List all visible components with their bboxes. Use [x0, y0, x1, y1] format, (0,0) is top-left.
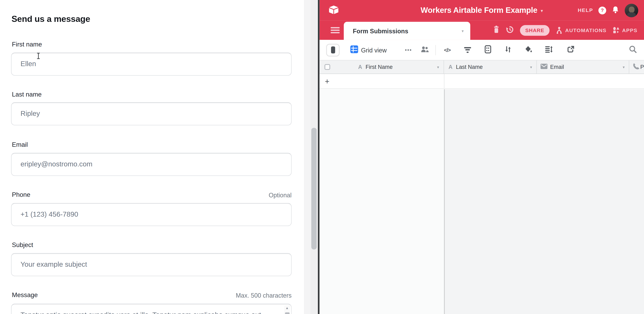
form-title: Send us a message: [12, 14, 90, 24]
grid-body-first-column: [320, 89, 444, 314]
phone-label: Phone: [12, 191, 30, 198]
screen: Send us a message First name Last name E…: [0, 0, 644, 314]
select-all-checkbox[interactable]: [324, 64, 330, 70]
tabbar-actions: SHARE AUTOMATIONS: [493, 21, 638, 40]
automations-label: AUTOMATIONS: [565, 27, 606, 33]
user-avatar[interactable]: [625, 4, 638, 17]
column-header-last-name[interactable]: A Last Name ▾: [444, 61, 537, 74]
add-record-row[interactable]: +: [320, 74, 644, 89]
contact-form-pane: Send us a message First name Last name E…: [0, 0, 304, 314]
filter-icon[interactable]: [464, 47, 471, 53]
message-scrollbar[interactable]: ▲: [284, 305, 290, 314]
first-name-input[interactable]: [11, 53, 292, 76]
apps-icon: [612, 27, 620, 34]
topbar-actions: HELP ?: [578, 0, 638, 21]
group-records-icon[interactable]: [484, 45, 491, 55]
share-button[interactable]: SHARE: [520, 25, 550, 36]
trash-icon[interactable]: [493, 26, 500, 35]
email-field-type-icon: [540, 63, 547, 71]
grid-view-icon: [350, 45, 358, 55]
view-name[interactable]: Grid view: [361, 47, 387, 54]
column-header-phone[interactable]: Phone: [629, 61, 644, 74]
history-icon[interactable]: [506, 25, 514, 35]
help-circle-icon[interactable]: ?: [598, 6, 606, 14]
email-label: Email: [12, 141, 28, 148]
last-name-input[interactable]: [11, 102, 292, 125]
view-sidebar-toggle-button[interactable]: [326, 44, 340, 56]
airtable-tabbar: Form Submissions ▾: [320, 21, 644, 40]
text-field-type-icon: A: [358, 64, 362, 70]
first-name-label: First name: [12, 41, 42, 48]
automations-button[interactable]: AUTOMATIONS: [556, 27, 607, 34]
column-caret-icon[interactable]: ▾: [530, 65, 532, 69]
view-options-dots-icon[interactable]: •••: [405, 47, 412, 53]
message-maxchars-hint: Max. 500 characters: [236, 292, 292, 299]
column-name: Last Name: [456, 64, 483, 70]
phone-field-type-icon: [632, 63, 640, 71]
airtable-pane: Workers Airtable Form Example ▾ HELP ? F…: [320, 0, 644, 314]
apps-button[interactable]: APPS: [612, 27, 637, 34]
search-icon[interactable]: [629, 45, 637, 55]
active-tab-label: Form Submissions: [353, 22, 408, 40]
automations-icon: [556, 27, 563, 34]
table-header-row: A First Name ▾ A Last Name ▾ Email ▾: [320, 60, 644, 74]
grid-body-rest: [444, 89, 644, 314]
collaborators-icon[interactable]: [421, 46, 429, 54]
tab-form-submissions[interactable]: Form Submissions ▾: [344, 22, 470, 40]
grid-body: [320, 89, 644, 314]
column-name: First Name: [366, 64, 393, 70]
row-height-icon[interactable]: [545, 46, 553, 54]
last-name-label: Last name: [12, 91, 42, 98]
email-input[interactable]: [11, 153, 292, 176]
page-scrollbar-thumb[interactable]: [311, 128, 316, 249]
column-divider: [444, 74, 444, 88]
column-caret-icon[interactable]: ▾: [437, 65, 439, 69]
apps-label: APPS: [622, 27, 638, 33]
airtable-topbar: Workers Airtable Form Example ▾ HELP ?: [320, 0, 644, 21]
tables-menu-icon[interactable]: [331, 27, 340, 33]
column-header-first-name[interactable]: A First Name ▾: [320, 61, 444, 74]
phone-optional-hint: Optional: [268, 191, 292, 198]
scroll-up-arrow-icon[interactable]: ▲: [284, 307, 290, 310]
phone-input[interactable]: [11, 203, 292, 226]
base-title[interactable]: Workers Airtable Form Example: [421, 6, 537, 15]
message-text: Tenetur optio quaerat expedita vero et i…: [20, 311, 275, 314]
view-toolbar: Grid view ••• </>: [320, 40, 644, 60]
column-name: Email: [550, 64, 564, 70]
message-scrollbar-thumb[interactable]: [285, 312, 289, 314]
add-record-plus-icon[interactable]: +: [325, 77, 330, 85]
subject-label: Subject: [12, 241, 33, 248]
toolbar-divider: [435, 45, 436, 55]
notifications-bell-icon[interactable]: [612, 6, 620, 15]
text-cursor-icon: [36, 53, 40, 61]
share-view-icon[interactable]: [567, 46, 574, 54]
message-label: Message: [12, 291, 38, 299]
color-paint-icon[interactable]: [525, 45, 532, 55]
column-header-email[interactable]: Email ▾: [537, 61, 629, 74]
column-caret-icon[interactable]: ▾: [623, 65, 625, 69]
pane-divider: [318, 0, 320, 314]
tab-caret-icon[interactable]: ▾: [462, 22, 464, 40]
sidebar-toggle-icon: [331, 47, 335, 54]
api-code-icon[interactable]: </>: [444, 47, 450, 53]
page-scroll-gutter: [304, 0, 318, 314]
sort-icon[interactable]: [505, 46, 512, 54]
text-field-type-icon: A: [448, 64, 452, 70]
column-name: Phone: [640, 64, 644, 70]
subject-input[interactable]: [11, 253, 292, 276]
base-title-caret-icon[interactable]: ▾: [540, 7, 543, 14]
help-button[interactable]: HELP: [578, 7, 593, 13]
message-textarea[interactable]: Tenetur optio quaerat expedita vero et i…: [11, 304, 292, 314]
